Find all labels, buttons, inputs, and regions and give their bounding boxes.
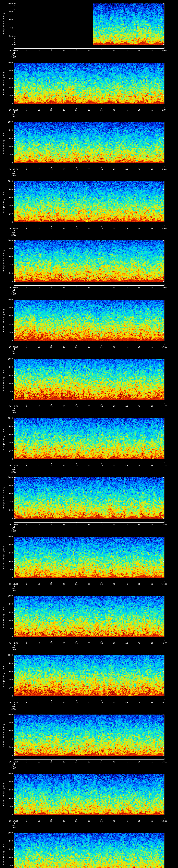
x-tick-label: 50 [138, 583, 140, 585]
y-tick-label: 600 [6, 256, 13, 258]
x-tick-label: 40 [113, 405, 115, 407]
y-tick-label: 200 [6, 450, 13, 452]
x-tick-label: 20 [63, 820, 65, 822]
x-tick-label: 20 [63, 227, 65, 230]
y-axis-title: Frequency (Hz) [3, 427, 5, 451]
x-tick-label: 15 [50, 109, 53, 111]
y-tick-label: 400 [6, 383, 13, 385]
y-tick-label: 1000 [6, 417, 13, 419]
x-date-line: 2015 [11, 175, 16, 177]
x-tick-label: 25 [75, 465, 78, 467]
x-tick-label: 10 [38, 168, 40, 170]
y-tick-label: 400 [6, 797, 13, 799]
y-tick-label: 200 [6, 568, 13, 570]
y-tick-label: 0 [6, 340, 13, 342]
x-tick-label: 10 [38, 405, 40, 407]
x-tick-label: 25 [75, 50, 78, 52]
x-tick-label: 10 [38, 227, 40, 230]
x-tick-label: 20 [63, 642, 65, 644]
y-axis-title: Frequency (Hz) [3, 486, 5, 510]
x-tick-label: 15 [50, 227, 53, 230]
y-tick-label: 0 [6, 102, 13, 105]
y-tick-label: 600 [6, 848, 13, 850]
y-tick-label: 800 [6, 485, 13, 487]
y-tick-label: 600 [6, 493, 13, 495]
x-tick-label: 35 [100, 465, 103, 467]
x-end-label: 5:00 [162, 50, 167, 52]
x-tick-label: 40 [113, 346, 115, 348]
x-tick-label: 45 [125, 346, 128, 348]
y-tick-label: 400 [6, 679, 13, 681]
x-tick-label: 10 [38, 287, 40, 289]
x-tick-label: 20 [63, 405, 65, 407]
x-tick-label: 40 [113, 524, 115, 526]
y-tick-label: 200 [6, 865, 13, 867]
y-tick-label: 600 [6, 611, 13, 613]
x-tick-label: 50 [138, 109, 140, 111]
x-tick-label: 5 [26, 642, 27, 644]
x-tick-label: 30 [88, 642, 90, 644]
x-end-label: 13:00 [161, 524, 167, 526]
x-tick-label: 5 [26, 109, 27, 111]
spectrogram-panel-13: Frequency (Hz)0200400600800100010:16:001… [0, 711, 178, 770]
x-tick-label: 55 [151, 227, 153, 230]
y-tick-label: 400 [6, 738, 13, 740]
spectrogram-panel-12: Frequency (Hz)0200400600800100010:15:001… [0, 652, 178, 711]
x-date-line: 2015 [11, 234, 16, 236]
y-tick-label: 1000 [6, 476, 13, 478]
x-end-label: 17:00 [161, 761, 167, 763]
x-tick-label: 20 [63, 583, 65, 585]
y-tick-label: 400 [6, 620, 13, 622]
y-tick-label: 600 [6, 671, 13, 673]
x-tick-label: 55 [151, 287, 153, 289]
x-tick-label: 25 [75, 287, 78, 289]
x-tick-label: 55 [151, 109, 153, 111]
x-tick-label: 45 [125, 287, 128, 289]
x-tick-label: 45 [125, 465, 128, 467]
x-tick-label: 35 [100, 346, 103, 348]
y-tick-label: 400 [6, 146, 13, 148]
spectrogram-panel-14: Frequency (Hz)0200400600800100010:17:001… [0, 770, 178, 830]
y-tick-label: 400 [6, 442, 13, 444]
y-tick-label: 800 [6, 366, 13, 368]
x-end-label: 12:00 [161, 465, 167, 467]
x-tick-label: 30 [88, 583, 90, 585]
y-tick-label: 600 [6, 730, 13, 732]
x-tick-label: 30 [88, 820, 90, 822]
y-tick-label: 1000 [6, 121, 13, 123]
x-tick-label: 30 [88, 346, 90, 348]
x-tick-label: 5 [26, 227, 27, 230]
x-tick-label: 50 [138, 820, 140, 822]
x-start-label: 10:15:00 [9, 702, 19, 704]
x-tick-label: 35 [100, 524, 103, 526]
y-tick-label: 200 [6, 391, 13, 393]
x-tick-label: 30 [88, 109, 90, 111]
x-tick-label: 50 [138, 642, 140, 644]
x-tick-label: 15 [50, 820, 53, 822]
x-tick-label: 45 [125, 524, 128, 526]
spectrogram-panel-1: Frequency (Hz)0200400600800100010:04:001… [0, 0, 178, 59]
x-tick-label: 5 [26, 287, 27, 289]
x-start-label: 10:08:00 [9, 287, 19, 289]
x-tick-label: 10 [38, 50, 40, 52]
y-tick-label: 0 [6, 814, 13, 816]
y-tick-label: 1000 [6, 239, 13, 242]
y-tick-label: 1000 [6, 536, 13, 538]
y-tick-label: 0 [6, 754, 13, 756]
x-tick-label: 10 [38, 524, 40, 526]
y-axis-title: Frequency (Hz) [3, 368, 5, 391]
x-start-label: 10:04:00 [9, 50, 19, 52]
x-date-line: 2015 [11, 56, 16, 58]
x-tick-label: 20 [63, 287, 65, 289]
spectrogram-panel-2: Frequency (Hz)0200400600800100010:05:001… [0, 59, 178, 119]
y-tick-label: 1000 [6, 358, 13, 360]
y-tick-label: 600 [6, 789, 13, 791]
x-tick-label: 50 [138, 405, 140, 407]
x-date-line: 2015 [11, 471, 16, 473]
y-axis-title: Frequency (Hz) [3, 309, 5, 332]
y-tick-label: 200 [6, 213, 13, 215]
x-tick-label: 55 [151, 642, 153, 644]
spectrogram-panel-6: Frequency (Hz)0200400600800100010:09:001… [0, 296, 178, 355]
x-tick-label: 20 [63, 465, 65, 467]
y-tick-label: 0 [6, 43, 13, 45]
